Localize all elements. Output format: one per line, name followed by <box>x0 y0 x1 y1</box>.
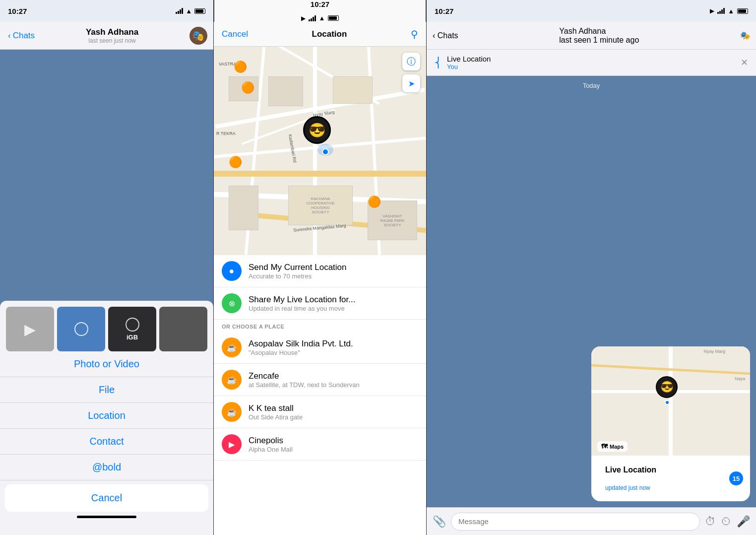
bubble-map-avatar: 😎 <box>656 376 678 398</box>
chats-back-label: Chats <box>13 31 35 41</box>
attachment-sheet: ▶ iGB Photo or Video File Location Conta… <box>0 301 213 535</box>
time-3: 10:27 <box>435 7 453 15</box>
info-icon: ⓘ <box>407 56 416 67</box>
status-bar-1: 10:27 ▲ <box>0 0 213 22</box>
status-bar-2: 10:27 ▶ ▲ <box>214 0 426 22</box>
day-divider: Today <box>433 82 750 89</box>
share-live-title: Share My Live Location for... <box>249 295 355 305</box>
mention-option[interactable]: @bold <box>0 455 213 480</box>
location-option[interactable]: Location <box>0 403 213 429</box>
status-bar-3: 10:27 ▶ ▲ <box>427 0 756 22</box>
direction-icon-2: ▶ <box>301 15 306 22</box>
send-current-location-item[interactable]: ● Send My Current Location Accurate to 7… <box>214 255 426 287</box>
status-icons-3: ▶ ▲ <box>710 7 748 15</box>
place-item-1[interactable]: ☕ Zencafe at Satellite, at TDW, next to … <box>214 364 426 396</box>
contact-status-3: last seen 1 minute ago <box>559 36 639 45</box>
map-info-button[interactable]: ⓘ <box>402 53 420 70</box>
place-text-2: K K tea stall Out Side Atira gate <box>249 403 303 421</box>
live-location-bubble[interactable]: Nyay Marg Naya 😎 🗺 Maps Live Location up… <box>591 346 750 501</box>
send-current-text: Send My Current Location Accurate to 70 … <box>249 263 347 280</box>
bubble-map-bg: Nyay Marg Naya 😎 🗺 Maps <box>591 346 750 456</box>
cancel-sheet-button[interactable]: Cancel <box>5 484 208 512</box>
camera-thumb[interactable]: ▶ <box>6 307 54 351</box>
place-icon-1: ☕ <box>222 370 242 390</box>
search-icon-2[interactable]: ⚲ <box>411 28 418 40</box>
select-circle-1 <box>74 322 88 336</box>
chevron-left-icon: ‹ <box>8 31 11 41</box>
place-text-3: Cinepolis Alpha One Mall <box>249 436 293 453</box>
apple-logo: 🗺 <box>601 443 608 450</box>
media-thumb-2[interactable]: iGB <box>108 307 156 351</box>
place-item-2[interactable]: ☕ K K tea stall Out Side Atira gate <box>214 396 426 428</box>
signal-icon-3 <box>717 8 725 14</box>
media-thumb-1[interactable] <box>57 307 105 351</box>
shop-icon-0: ☕ <box>227 343 237 352</box>
place-item-0[interactable]: ☕ Asopalav Silk India Pvt. Ltd. "Asopala… <box>214 332 426 364</box>
nav-bar-3: ‹ Chats Yash Adhana last seen 1 minute a… <box>427 22 756 50</box>
time-1: 10:27 <box>8 7 27 15</box>
bubble-map-label-naya: Naya <box>735 376 745 381</box>
battery-icon <box>194 8 205 14</box>
radio-icon: ⊗ <box>229 299 235 308</box>
avatar-3[interactable]: 🎭 <box>740 31 750 40</box>
shop-icon-1: ☕ <box>227 375 237 385</box>
panel-chats: 10:27 ▲ ‹ Chats Yash Adhana last seen ju… <box>0 0 213 535</box>
home-indicator-1 <box>77 516 136 518</box>
back-button-1[interactable]: ‹ Chats <box>6 31 35 41</box>
back-button-3[interactable]: ‹ Chats <box>433 31 458 40</box>
signal-icon-2 <box>309 15 316 21</box>
place-name-0: Asopalav Silk India Pvt. Ltd. <box>249 339 353 349</box>
time-2: 10:27 <box>311 0 329 8</box>
cancel-button-2[interactable]: Cancel <box>222 29 248 39</box>
map-navigate-button[interactable]: ➤ <box>402 74 420 92</box>
apple-maps-badge: 🗺 Maps <box>597 441 628 452</box>
send-current-title: Send My Current Location <box>249 263 347 272</box>
place-sub-3: Alpha One Mall <box>249 446 293 453</box>
close-banner-button[interactable]: ✕ <box>741 57 748 68</box>
place-item-3[interactable]: ▶ Cinepolis Alpha One Mall <box>214 428 426 461</box>
attachment-icon[interactable]: 📎 <box>433 515 446 528</box>
nav-bar-1: ‹ Chats Yash Adhana last seen just now 🎭 <box>0 22 213 50</box>
contact-title-1: Yash Adhana last seen just now <box>86 27 138 44</box>
map-pin-2: 🟠 <box>241 81 254 94</box>
map-view[interactable]: RACHANACOOPERATIVEHOUSINGSOCIETY VASHISH… <box>214 47 426 255</box>
media-thumb-3[interactable] <box>159 307 207 351</box>
wifi-icon-2: ▲ <box>319 14 325 22</box>
microphone-icon[interactable]: 🎤 <box>737 515 750 528</box>
live-loc-title: Live Location <box>447 55 491 63</box>
wifi-icon-3: ▲ <box>728 7 734 15</box>
shop-icon-2: ☕ <box>227 407 237 417</box>
message-input[interactable] <box>451 513 700 531</box>
navigate-icon: ➤ <box>408 79 415 88</box>
contact-option[interactable]: Contact <box>0 429 213 455</box>
chat-main-3: Today Nyay Marg Naya 😎 🗺 Maps <box>427 76 756 507</box>
location-list: ● Send My Current Location Accurate to 7… <box>214 255 426 535</box>
avatar-1[interactable]: 🎭 <box>189 27 207 45</box>
share-live-text: Share My Live Location for... Updated in… <box>249 295 355 312</box>
place-icon-2: ☕ <box>222 402 242 422</box>
place-icon-3: ▶ <box>222 434 242 454</box>
file-option[interactable]: File <box>0 377 213 403</box>
user-avatar-map: 😎 <box>303 116 331 144</box>
choose-place-header: OR CHOOSE A PLACE <box>214 320 426 332</box>
road-y1 <box>214 171 426 177</box>
media-preview-row: ▶ iGB <box>0 301 213 351</box>
direction-icon-3: ▶ <box>710 7 714 14</box>
rachana-block: RACHANACOOPERATIVEHOUSINGSOCIETY <box>288 186 353 225</box>
chats-back-label-3: Chats <box>438 31 458 40</box>
place-icon-0: ☕ <box>222 337 242 357</box>
stopwatch-icon[interactable]: ⏲ <box>721 515 732 528</box>
send-location-icon: ● <box>222 261 242 281</box>
select-circle-2 <box>126 318 139 332</box>
bubble-footer: Live Location updated just now 15 <box>591 456 750 501</box>
block-3 <box>333 76 373 104</box>
live-loc-left: ⎨ Live Location You <box>435 55 491 70</box>
photo-video-option[interactable]: Photo or Video <box>0 351 213 377</box>
share-live-location-item[interactable]: ⊗ Share My Live Location for... Updated … <box>214 287 426 320</box>
timer-icon[interactable]: ⏱ <box>705 515 716 528</box>
chevron-left-icon-3: ‹ <box>433 31 435 40</box>
contact-status-1: last seen just now <box>86 37 138 44</box>
live-location-banner: ⎨ Live Location You ✕ <box>427 50 756 76</box>
contact-name-1: Yash Adhana <box>86 27 138 37</box>
status-icons-1: ▲ <box>176 7 205 15</box>
